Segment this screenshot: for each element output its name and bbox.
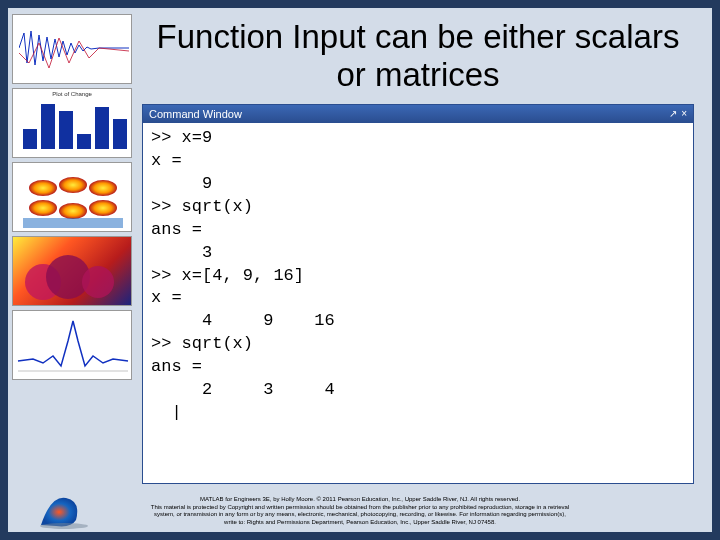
window-buttons: ↗ ×	[669, 108, 687, 119]
slide: Plot of Change	[8, 8, 712, 532]
main-area: Plot of Change	[8, 8, 712, 492]
thumb-signal-plot	[12, 14, 132, 84]
svg-point-11	[40, 523, 88, 529]
svg-rect-6	[23, 218, 123, 228]
thumb-fractal-image	[12, 236, 132, 306]
fractal-icon	[13, 237, 132, 306]
command-window-titlebar: Command Window ↗ ×	[143, 105, 693, 123]
signal-icon	[19, 23, 129, 73]
thumb-bar-chart: Plot of Change	[12, 88, 132, 158]
footer-line1: MATLAB for Engineers 3E, by Holly Moore.…	[48, 496, 672, 504]
slide-title: Function Input can be either scalars or …	[142, 12, 694, 104]
thumb-bar-label: Plot of Change	[13, 91, 131, 97]
content-area: Function Input can be either scalars or …	[138, 8, 712, 492]
footer-line3: system, or transmission in any form or b…	[48, 511, 672, 519]
svg-point-5	[89, 200, 117, 216]
svg-point-3	[29, 200, 57, 216]
svg-point-2	[89, 180, 117, 196]
thumb-line-peak-plot	[12, 310, 132, 380]
bar-icon	[23, 99, 127, 149]
footer-line4: write to: Rights and Permissions Departm…	[48, 519, 672, 527]
line-peak-icon	[13, 311, 132, 380]
thumb-surface-plot	[12, 162, 132, 232]
matlab-membrane-icon	[36, 490, 96, 530]
surface-icon	[13, 163, 132, 232]
svg-point-0	[29, 180, 57, 196]
svg-point-1	[59, 177, 87, 193]
svg-point-9	[82, 266, 114, 298]
footer: MATLAB for Engineers 3E, by Holly Moore.…	[8, 492, 712, 532]
command-window-body[interactable]: >> x=9 x = 9 >> sqrt(x) ans = 3 >> x=[4,…	[143, 123, 693, 483]
svg-point-4	[59, 203, 87, 219]
command-window: Command Window ↗ × >> x=9 x = 9 >> sqrt(…	[142, 104, 694, 484]
sidebar-thumbnails: Plot of Change	[8, 8, 138, 492]
command-window-title: Command Window	[149, 108, 242, 120]
footer-line2: This material is protected by Copyright …	[48, 504, 672, 512]
undock-icon[interactable]: ↗	[669, 108, 677, 119]
close-icon[interactable]: ×	[681, 108, 687, 119]
